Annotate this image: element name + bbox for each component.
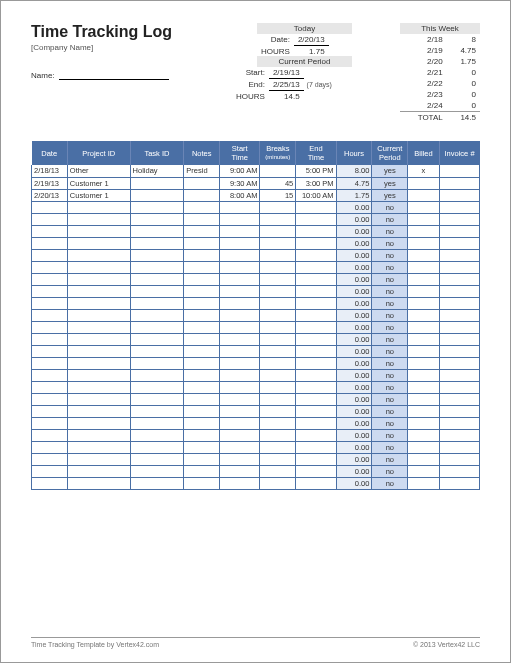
week-value: 1.75 (447, 56, 480, 67)
period-span-note: (7 days) (304, 79, 336, 91)
col-header: Breaks(minutes) (260, 141, 296, 165)
table-row[interactable]: 0.00no (32, 249, 480, 261)
week-day: 2/22 (400, 78, 447, 89)
table-row[interactable]: 0.00no (32, 273, 480, 285)
current-period-summary: Current Period Start:2/19/13 End:2/25/13… (232, 56, 352, 102)
this-week-summary: This Week 2/1882/194.752/201.752/2102/22… (400, 23, 480, 123)
footer-right: © 2013 Vertex42 LLC (413, 641, 480, 648)
period-end-value: 2/25/13 (269, 79, 304, 91)
today-date-value: 2/20/13 (294, 34, 329, 46)
period-start-label: Start: (232, 67, 269, 79)
table-body: 2/18/13OtherHolidayPresid9:00 AM5:00 PM8… (32, 165, 480, 489)
table-row[interactable]: 0.00no (32, 453, 480, 465)
week-total-value: 14.5 (447, 112, 480, 124)
period-hours-value: 14.5 (269, 91, 304, 103)
table-row[interactable]: 0.00no (32, 285, 480, 297)
col-header: Notes (184, 141, 220, 165)
name-input-line[interactable] (59, 70, 169, 80)
week-day: 2/21 (400, 67, 447, 78)
table-row[interactable]: 0.00no (32, 225, 480, 237)
table-row[interactable]: 0.00no (32, 393, 480, 405)
week-day: 2/20 (400, 56, 447, 67)
col-header: Project ID (67, 141, 130, 165)
time-log-table: DateProject IDTask IDNotesStartTimeBreak… (31, 141, 480, 490)
table-row[interactable]: 2/19/13Customer 19:30 AM453:00 PM4.75yes (32, 177, 480, 189)
week-day: 2/18 (400, 34, 447, 45)
table-row[interactable]: 0.00no (32, 357, 480, 369)
table-row[interactable]: 0.00no (32, 345, 480, 357)
col-header: Task ID (130, 141, 184, 165)
col-header: EndTime (296, 141, 336, 165)
table-row[interactable]: 0.00no (32, 333, 480, 345)
week-value: 8 (447, 34, 480, 45)
col-header: StartTime (220, 141, 260, 165)
today-summary: Today Date:2/20/13 HOURS1.75 (257, 23, 352, 57)
table-row[interactable]: 0.00no (32, 465, 480, 477)
week-value: 0 (447, 89, 480, 100)
footer: Time Tracking Template by Vertex42.com ©… (31, 637, 480, 648)
table-row[interactable]: 0.00no (32, 441, 480, 453)
period-hours-label: HOURS (232, 91, 269, 103)
table-row[interactable]: 0.00no (32, 261, 480, 273)
table-row[interactable]: 0.00no (32, 369, 480, 381)
table-row[interactable]: 0.00no (32, 477, 480, 489)
period-start-value: 2/19/13 (269, 67, 304, 79)
week-value: 0 (447, 78, 480, 89)
name-label: Name: (31, 71, 55, 80)
table-row[interactable]: 2/18/13OtherHolidayPresid9:00 AM5:00 PM8… (32, 165, 480, 177)
table-row[interactable]: 0.00no (32, 213, 480, 225)
table-row[interactable]: 0.00no (32, 321, 480, 333)
week-value: 4.75 (447, 45, 480, 56)
table-row[interactable]: 0.00no (32, 405, 480, 417)
week-day: 2/23 (400, 89, 447, 100)
table-row[interactable]: 0.00no (32, 237, 480, 249)
table-row[interactable]: 0.00no (32, 201, 480, 213)
col-header: Invoice # (439, 141, 479, 165)
col-header: CurrentPeriod (372, 141, 408, 165)
week-total-label: TOTAL (400, 112, 447, 124)
table-header-row: DateProject IDTask IDNotesStartTimeBreak… (32, 141, 480, 165)
table-row[interactable]: 0.00no (32, 309, 480, 321)
today-heading: Today (257, 23, 352, 34)
period-heading: Current Period (257, 56, 352, 67)
col-header: Billed (408, 141, 439, 165)
footer-left: Time Tracking Template by Vertex42.com (31, 641, 159, 648)
col-header: Hours (336, 141, 372, 165)
today-date-label: Date: (257, 34, 294, 46)
table-row[interactable]: 2/20/13Customer 18:00 AM1510:00 AM1.75ye… (32, 189, 480, 201)
week-day: 2/24 (400, 100, 447, 112)
week-value: 0 (447, 67, 480, 78)
table-row[interactable]: 0.00no (32, 429, 480, 441)
table-row[interactable]: 0.00no (32, 297, 480, 309)
col-header: Date (32, 141, 68, 165)
week-value: 0 (447, 100, 480, 112)
period-end-label: End: (232, 79, 269, 91)
table-row[interactable]: 0.00no (32, 381, 480, 393)
week-day: 2/19 (400, 45, 447, 56)
week-heading: This Week (400, 23, 480, 34)
table-row[interactable]: 0.00no (32, 417, 480, 429)
